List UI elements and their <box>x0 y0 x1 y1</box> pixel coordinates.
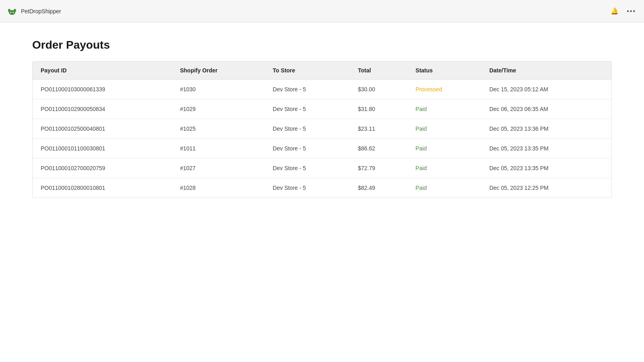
app-logo-icon <box>6 7 18 15</box>
cell-payout-id: PO011000102500040801 <box>33 119 172 139</box>
col-header-shopify-order: Shopify Order <box>172 62 264 80</box>
app-name: PetDropShipper <box>21 8 61 14</box>
cell-total: $31.80 <box>350 99 407 119</box>
cell-total: $86.62 <box>350 139 407 158</box>
cell-status: Paid <box>407 139 481 158</box>
cell-to-store: Dev Store - 5 <box>265 119 350 139</box>
payouts-table: Payout ID Shopify Order To Store Total S… <box>33 62 611 197</box>
cell-total: $72.79 <box>350 158 407 178</box>
svg-point-4 <box>13 12 14 13</box>
table-row: PO011000102500040801#1025Dev Store - 5$2… <box>33 119 611 139</box>
table-header: Payout ID Shopify Order To Store Total S… <box>33 62 611 80</box>
cell-status: Processed <box>407 80 481 99</box>
cell-shopify-order: #1011 <box>172 139 264 158</box>
svg-point-3 <box>10 12 12 13</box>
cell-to-store: Dev Store - 5 <box>265 158 350 178</box>
cell-datetime: Dec 05, 2023 13:35 PM <box>481 158 611 178</box>
cell-to-store: Dev Store - 5 <box>265 99 350 119</box>
cell-payout-id: PO011000102900050834 <box>33 99 172 119</box>
cell-status: Paid <box>407 119 481 139</box>
bell-button[interactable]: 🔔 <box>609 6 620 16</box>
cell-total: $82.49 <box>350 178 407 198</box>
cell-to-store: Dev Store - 5 <box>265 80 350 99</box>
col-header-datetime: Date/Time <box>481 62 611 80</box>
cell-datetime: Dec 05, 2023 13:36 PM <box>481 119 611 139</box>
cell-shopify-order: #1027 <box>172 158 264 178</box>
table-row: PO011000102700020759#1027Dev Store - 5$7… <box>33 158 611 178</box>
main-content: Order Payouts Payout ID Shopify Order To… <box>0 23 644 214</box>
cell-shopify-order: #1029 <box>172 99 264 119</box>
cell-total: $30.00 <box>350 80 407 99</box>
col-header-status: Status <box>407 62 481 80</box>
svg-point-5 <box>11 13 13 14</box>
cell-payout-id: PO011000102800010801 <box>33 178 172 198</box>
cell-shopify-order: #1028 <box>172 178 264 198</box>
payouts-table-container: Payout ID Shopify Order To Store Total S… <box>32 61 612 198</box>
more-options-button[interactable]: ••• <box>625 6 638 16</box>
cell-datetime: Dec 05, 2023 12:25 PM <box>481 178 611 198</box>
table-header-row: Payout ID Shopify Order To Store Total S… <box>33 62 611 80</box>
cell-payout-id: PO011000103000061339 <box>33 80 172 99</box>
cell-status: Paid <box>407 158 481 178</box>
more-options-icon: ••• <box>627 8 636 15</box>
cell-status: Paid <box>407 99 481 119</box>
cell-payout-id: PO011000102700020759 <box>33 158 172 178</box>
col-header-total: Total <box>350 62 407 80</box>
top-bar-right: 🔔 ••• <box>609 6 638 16</box>
cell-total: $23.11 <box>350 119 407 139</box>
table-row: PO011000102900050834#1029Dev Store - 5$3… <box>33 99 611 119</box>
col-header-to-store: To Store <box>265 62 350 80</box>
table-row: PO011000102800010801#1028Dev Store - 5$8… <box>33 178 611 198</box>
cell-status: Paid <box>407 178 481 198</box>
table-body: PO011000103000061339#1030Dev Store - 5$3… <box>33 80 611 198</box>
svg-point-2 <box>14 9 16 12</box>
cell-payout-id: PO011000101100030801 <box>33 139 172 158</box>
top-bar: PetDropShipper 🔔 ••• <box>0 0 644 23</box>
cell-to-store: Dev Store - 5 <box>265 178 350 198</box>
cell-datetime: Dec 15, 2023 05:12 AM <box>481 80 611 99</box>
cell-to-store: Dev Store - 5 <box>265 139 350 158</box>
cell-datetime: Dec 05, 2023 13:35 PM <box>481 139 611 158</box>
page-title: Order Payouts <box>32 39 612 51</box>
bell-icon: 🔔 <box>611 7 619 15</box>
col-header-payout-id: Payout ID <box>33 62 172 80</box>
top-bar-left: PetDropShipper <box>6 7 61 15</box>
cell-shopify-order: #1030 <box>172 80 264 99</box>
cell-shopify-order: #1025 <box>172 119 264 139</box>
table-row: PO011000101100030801#1011Dev Store - 5$8… <box>33 139 611 158</box>
table-row: PO011000103000061339#1030Dev Store - 5$3… <box>33 80 611 99</box>
cell-datetime: Dec 06, 2023 06:35 AM <box>481 99 611 119</box>
svg-point-1 <box>8 9 10 12</box>
